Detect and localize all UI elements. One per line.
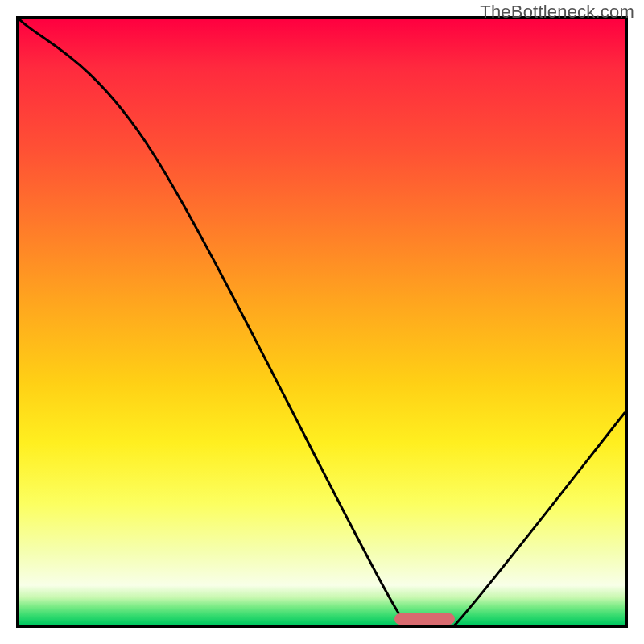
- optimal-marker: [394, 613, 455, 625]
- bottleneck-curve: [19, 19, 625, 625]
- watermark-text: TheBottleneck.com: [480, 2, 634, 23]
- plot-frame: [16, 16, 628, 628]
- chart-root: TheBottleneck.com: [0, 0, 644, 644]
- curve-layer: [19, 19, 625, 625]
